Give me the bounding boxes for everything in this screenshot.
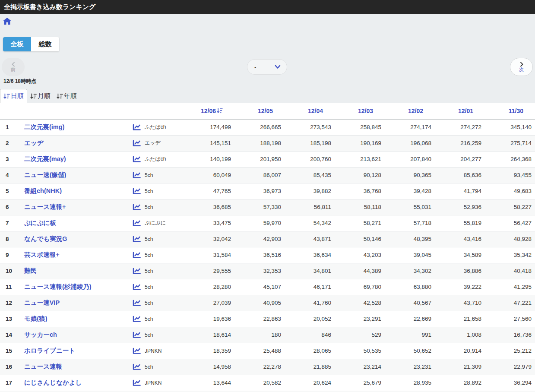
chart-line-icon[interactable]	[133, 204, 141, 211]
board-link[interactable]: 二次元裏(img)	[24, 123, 64, 130]
chart-line-icon[interactable]	[133, 220, 141, 227]
board-link[interactable]: ニュース速報(杉浦綾乃)	[24, 283, 92, 290]
ranking-row: 10 難民 5ch 29,555 32,353 34,801 44,389 34…	[0, 263, 535, 279]
board-link[interactable]: なんでも実況G	[24, 235, 67, 242]
count-cell: 529	[335, 327, 385, 343]
next-label: 次	[519, 67, 524, 72]
count-cell: 41,295	[485, 279, 535, 295]
tab-monthly[interactable]: 月順	[27, 89, 54, 103]
count-cell: 29,555	[184, 263, 234, 279]
board-link[interactable]: 難民	[24, 267, 37, 274]
board-link[interactable]: サッカーch	[24, 331, 57, 338]
count-cell: 36,973	[234, 183, 285, 199]
tab-totals[interactable]: 総数	[31, 37, 59, 51]
date-column-header[interactable]: 11/30	[485, 103, 535, 119]
board-link[interactable]: ホロライブニート	[24, 347, 75, 354]
chart-line-icon[interactable]	[133, 348, 141, 354]
chevron-left-icon	[11, 62, 16, 67]
date-column-header[interactable]: 12/04	[285, 103, 335, 119]
tab-all-boards[interactable]: 全板	[3, 37, 31, 51]
board-link[interactable]: にじさんじなかよし	[24, 379, 82, 386]
board-link[interactable]: ニュー速VIP	[24, 299, 60, 306]
ranking-row: 4 ニュー速(嫌儲) 5ch 60,049 86,007 85,435 90,1…	[0, 167, 535, 183]
count-cell: 36,516	[234, 247, 285, 263]
count-cell: 19,636	[184, 311, 234, 327]
count-cell: 21,658	[435, 311, 485, 327]
chart-line-icon[interactable]	[133, 379, 141, 386]
next-button[interactable]: 次	[510, 58, 533, 76]
ranking-row: 13 モ娘(狼) 5ch 19,636 22,863 20,052 23,291…	[0, 311, 535, 327]
ranking-row: 16 ニュース速報 5ch 14,958 22,278 21,885 23,21…	[0, 359, 535, 375]
board-link[interactable]: ニュー速(嫌儲)	[24, 171, 66, 178]
chart-line-icon[interactable]	[133, 364, 141, 370]
rank-cell: 1	[0, 119, 19, 135]
count-cell: 23,231	[385, 359, 435, 375]
count-cell: 43,416	[435, 231, 485, 247]
chart-line-icon[interactable]	[133, 332, 141, 338]
board-category: 5ch	[145, 316, 153, 322]
chart-line-icon[interactable]	[133, 156, 141, 163]
chart-line-icon[interactable]	[133, 284, 141, 291]
rank-cell: 17	[0, 375, 19, 391]
count-cell: 13,644	[184, 375, 234, 391]
ranking-table: 12/06 12/05 12/04 12/03 12/02 12/01 11/3…	[0, 103, 535, 392]
date-column-header[interactable]: 12/01	[435, 103, 485, 119]
count-cell: 23,214	[335, 359, 385, 375]
rank-cell: 8	[0, 231, 19, 247]
count-cell: 46,171	[285, 279, 335, 295]
board-link[interactable]: 番組ch(NHK)	[24, 187, 62, 194]
chart-line-icon[interactable]	[133, 188, 141, 195]
board-link[interactable]: エッヂ	[24, 139, 44, 146]
board-category: 5ch	[145, 268, 153, 274]
board-link[interactable]: ニュース速報	[24, 363, 62, 370]
chart-line-icon[interactable]	[133, 268, 141, 275]
chart-line-icon[interactable]	[133, 172, 141, 179]
count-cell: 47,221	[485, 295, 535, 311]
chart-line-icon[interactable]	[133, 124, 141, 131]
ranking-row: 17 にじさんじなかよし JPNKN 13,644 20,582 20,624 …	[0, 375, 535, 391]
rank-cell: 10	[0, 263, 19, 279]
count-cell: 36,294	[485, 375, 535, 391]
count-cell: 90,128	[335, 167, 385, 183]
count-cell: 59,970	[234, 215, 285, 231]
count-cell: 41,794	[435, 183, 485, 199]
count-cell: 86,007	[234, 167, 285, 183]
count-cell: 57,718	[385, 215, 435, 231]
ranking-table-body: 1 二次元裏(img) ふたばch 174,499 266,665 273,54…	[0, 119, 535, 392]
date-column-header[interactable]: 12/06	[184, 103, 234, 119]
date-column-header[interactable]: 12/03	[335, 103, 385, 119]
chart-line-icon[interactable]	[133, 316, 141, 322]
count-cell: 345,140	[485, 119, 535, 135]
board-link[interactable]: ニュース速報+	[24, 203, 66, 210]
tab-daily[interactable]: 日順	[0, 89, 27, 103]
rank-cell: 11	[0, 279, 19, 295]
chart-line-icon[interactable]	[133, 236, 141, 243]
tab-yearly-label: 年順	[64, 92, 77, 100]
sort-tabs: 日順 月順 年順	[0, 89, 80, 103]
home-icon[interactable]	[3, 18, 12, 25]
chart-line-icon[interactable]	[133, 300, 141, 307]
prev-button[interactable]: 前	[2, 58, 25, 76]
count-cell: 55,031	[385, 199, 435, 215]
board-link[interactable]: 二次元裏(may)	[24, 155, 66, 162]
count-cell: 43,203	[335, 247, 385, 263]
board-link[interactable]: モ娘(狼)	[24, 315, 47, 322]
chart-line-icon[interactable]	[133, 252, 141, 259]
ranking-row: 5 番組ch(NHK) 5ch 47,765 36,973 39,882 36,…	[0, 183, 535, 199]
ranking-row: 12 ニュー速VIP 5ch 27,039 40,905 41,760 42,5…	[0, 295, 535, 311]
count-cell: 20,052	[285, 311, 335, 327]
board-link[interactable]: 芸スポ速報+	[24, 251, 60, 258]
date-column-header[interactable]: 12/02	[385, 103, 435, 119]
tab-daily-label: 日順	[11, 92, 24, 100]
date-column-header[interactable]: 12/05	[234, 103, 285, 119]
board-link[interactable]: ぷにぷに板	[24, 219, 56, 226]
ranking-row: 7 ぷにぷに板 ぷにぷに 33,475 59,970 54,342 58,271…	[0, 215, 535, 231]
count-cell: 34,801	[285, 263, 335, 279]
count-cell: 85,636	[435, 167, 485, 183]
period-select[interactable]: -	[247, 59, 287, 75]
tab-yearly[interactable]: 年順	[54, 89, 80, 103]
chart-line-icon[interactable]	[133, 140, 141, 147]
ranking-row: 6 ニュース速報+ 5ch 36,685 57,330 56,811 58,11…	[0, 199, 535, 215]
count-cell: 90,365	[385, 167, 435, 183]
count-cell: 185,198	[285, 135, 335, 151]
